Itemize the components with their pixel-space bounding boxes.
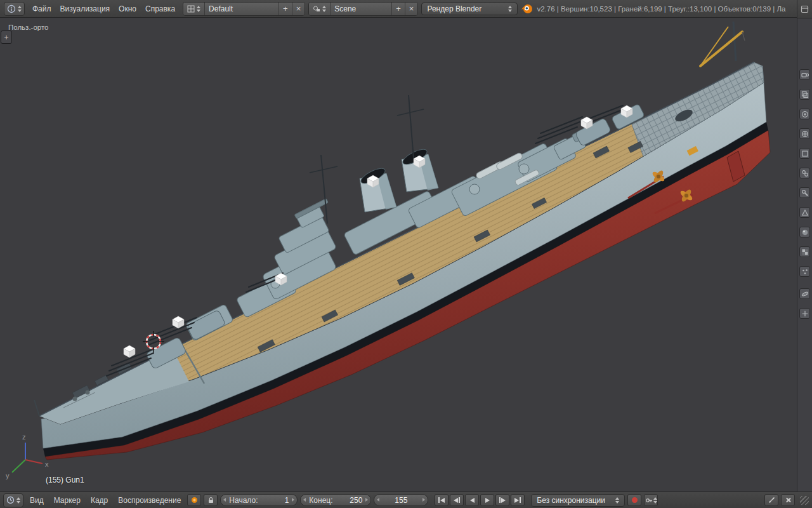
axis-y-label: y	[6, 472, 10, 479]
lock-icon	[207, 497, 214, 504]
jump-to-start-button[interactable]	[435, 494, 449, 506]
screen-layout-browse-button[interactable]	[183, 3, 205, 15]
screen-layout-add-button[interactable]: +	[279, 3, 292, 15]
properties-tab-extra[interactable]	[799, 308, 810, 319]
current-frame-field[interactable]: 155	[374, 494, 428, 506]
play-button[interactable]	[480, 494, 494, 506]
blender-logo-icon	[521, 4, 534, 14]
properties-tab-object[interactable]	[799, 148, 810, 159]
ship-model[interactable]	[34, 22, 770, 460]
clock-icon	[6, 496, 15, 504]
properties-tab-data[interactable]	[799, 207, 810, 218]
next-keyframe-button[interactable]	[495, 494, 509, 506]
region-resize-grip[interactable]	[800, 496, 809, 505]
axis-gizmo: z x y	[6, 433, 49, 479]
scene-unlink-button[interactable]: ×	[405, 3, 418, 15]
delete-keyframe-button[interactable]	[781, 494, 795, 506]
properties-tab-modifiers[interactable]	[799, 187, 810, 198]
properties-panel-collapsed	[797, 0, 812, 491]
play-reverse-button[interactable]	[465, 494, 479, 506]
scene-icon	[313, 5, 320, 13]
properties-tab-icons-lower	[797, 288, 812, 319]
sync-dropdown[interactable]: Без синхронизации	[531, 494, 625, 507]
end-frame-value: 250	[350, 496, 362, 505]
scene-name[interactable]: Scene	[331, 3, 392, 15]
chevron-updown-icon	[653, 497, 657, 504]
main-menus: Файл Визуализация Окно Справка	[28, 4, 180, 13]
timeline-menu-playback[interactable]: Воспроизведение	[114, 496, 185, 505]
jump-to-end-button[interactable]	[511, 494, 525, 506]
end-frame-field[interactable]: Конец: 250	[300, 494, 371, 506]
menu-file[interactable]: Файл	[28, 4, 56, 13]
driver-icon	[768, 497, 775, 504]
properties-tab-scene[interactable]	[799, 109, 810, 119]
preview-range-icon	[191, 497, 198, 504]
screen-layout-icon	[187, 5, 195, 13]
menu-help[interactable]: Справка	[141, 4, 180, 13]
menu-window[interactable]: Окно	[114, 4, 141, 13]
key-icon	[645, 497, 653, 504]
record-icon	[632, 497, 638, 503]
screen-layout-name[interactable]: Default	[205, 3, 279, 15]
screen-layout-unlink-button[interactable]: ×	[292, 3, 305, 15]
properties-tab-material[interactable]	[799, 227, 810, 237]
chevron-updown-icon	[18, 6, 22, 12]
toolshelf-expand-button[interactable]: +	[1, 30, 12, 44]
view-orientation-label: Польз.-орто	[8, 23, 48, 31]
editor-type-info-button[interactable]	[4, 2, 25, 16]
timeline-menu-frame[interactable]: Кадр	[87, 496, 112, 505]
screen-layout-selector: Default + ×	[183, 2, 305, 16]
close-icon	[785, 497, 791, 503]
lock-time-button[interactable]	[204, 494, 218, 506]
chevron-updown-icon	[508, 6, 512, 12]
properties-tab-world[interactable]	[799, 128, 810, 139]
timeline-menu-marker[interactable]: Маркер	[50, 496, 84, 505]
insert-keyframe-button[interactable]	[764, 494, 778, 506]
start-frame-field[interactable]: Начало: 1	[220, 494, 298, 506]
chevron-updown-icon	[615, 497, 619, 504]
properties-tab-icons	[797, 69, 812, 277]
sync-value: Без синхронизации	[537, 496, 605, 505]
scene-add-button[interactable]: +	[392, 3, 405, 15]
current-frame-value: 155	[395, 496, 407, 505]
properties-tab-particles[interactable]	[799, 266, 810, 277]
properties-tab-render[interactable]	[799, 69, 810, 80]
menu-render[interactable]: Визуализация	[56, 4, 115, 13]
blender-window: z x y Польз.-орто (155) Gun1 + Файл Визу…	[0, 0, 812, 508]
header-stats: v2.76 | Вершин:10,523 | Граней:6,199 | Т…	[537, 5, 793, 13]
properties-header[interactable]	[797, 0, 812, 18]
properties-tab-texture[interactable]	[799, 246, 810, 257]
properties-tab-physics[interactable]	[799, 288, 810, 299]
end-frame-label: Конец:	[309, 496, 332, 505]
start-frame-label: Начало:	[229, 496, 258, 505]
render-engine-value: Рендер Blender	[427, 4, 481, 13]
playback-controls	[435, 494, 525, 506]
start-frame-value: 1	[285, 496, 289, 505]
timeline-menu-view[interactable]: Вид	[26, 496, 48, 505]
keying-set-button[interactable]	[644, 494, 658, 506]
properties-editor-icon	[801, 5, 809, 13]
properties-tab-render-layers[interactable]	[799, 89, 810, 100]
active-object-label: (155) Gun1	[46, 476, 84, 485]
prev-keyframe-button[interactable]	[450, 494, 464, 506]
render-engine-dropdown[interactable]: Рендер Blender	[421, 3, 518, 15]
scene-selector: Scene + ×	[308, 2, 418, 16]
preview-range-button[interactable]	[187, 494, 201, 506]
timeline-header: Вид Маркер Кадр Воспроизведение Начало: …	[0, 491, 812, 508]
properties-tab-constraints[interactable]	[799, 168, 810, 178]
editor-type-timeline-button[interactable]	[3, 493, 23, 507]
chevron-updown-icon	[197, 6, 200, 12]
scene-browse-button[interactable]	[309, 3, 331, 15]
top-header: Файл Визуализация Окно Справка Default +…	[0, 0, 797, 18]
chevron-updown-icon	[322, 6, 326, 12]
chevron-updown-icon	[16, 497, 20, 504]
viewport-3d[interactable]: z x y	[0, 18, 797, 491]
axis-x-label: x	[45, 460, 49, 468]
info-icon	[7, 4, 16, 13]
axis-z-label: z	[22, 433, 26, 441]
auto-keyframe-button[interactable]	[627, 494, 641, 506]
